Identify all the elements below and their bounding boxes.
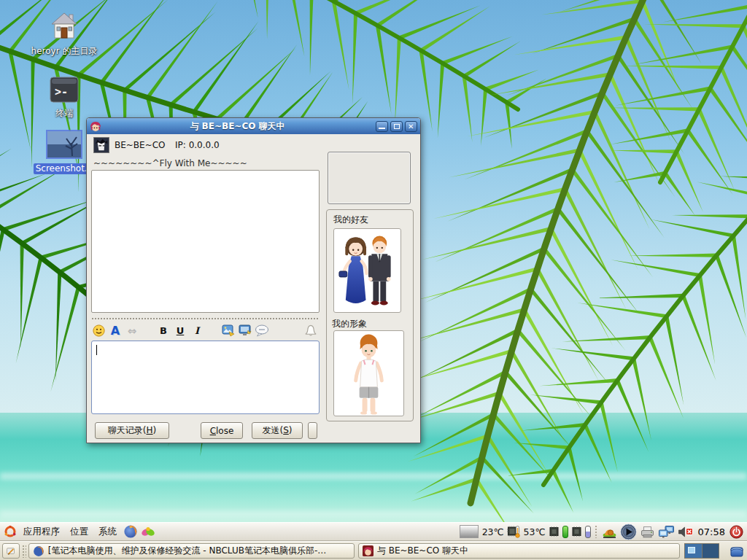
app-launcher-icon[interactable] xyxy=(141,524,155,539)
font-icon: A xyxy=(111,324,120,338)
workspace-2[interactable] xyxy=(702,544,719,558)
screenshot-icon xyxy=(239,324,252,337)
task-title: [笔记本电脑使用、维护及保修经验交流 - NBCLUB笔记本电脑俱乐部-… xyxy=(48,545,326,557)
volume-muted-icon[interactable] xyxy=(678,526,694,538)
desktop: heroyr 的主目录 >- 终端 Screenshot.p 与 BE~BE~ xyxy=(0,0,747,560)
maximize-icon xyxy=(394,124,400,129)
network-icon[interactable] xyxy=(658,525,675,539)
screen-capture-button[interactable] xyxy=(238,323,252,338)
sensor-bar-purple xyxy=(585,526,591,538)
shake-window-button[interactable] xyxy=(303,323,318,338)
show-desktop-icon xyxy=(7,545,15,557)
workspace-window xyxy=(688,547,695,553)
taskbar-handle[interactable] xyxy=(22,545,26,558)
friends-image[interactable] xyxy=(333,228,401,313)
minimize-icon xyxy=(379,128,385,129)
separator xyxy=(91,317,320,320)
avatar-illustration xyxy=(334,331,403,416)
menu-system[interactable]: 系统 xyxy=(93,526,122,538)
workspace-switcher xyxy=(684,543,719,559)
chat-history[interactable] xyxy=(91,170,320,313)
speech-bubble-icon xyxy=(255,324,269,337)
shutdown-icon[interactable] xyxy=(729,525,743,539)
system-tray: 23℃ 53℃ xyxy=(460,524,746,540)
side-panel: 我的好友 xyxy=(326,134,418,442)
window-title: 与 BE~BE~CO 聊天中 xyxy=(101,120,374,133)
image-file-icon xyxy=(47,131,81,158)
close-button[interactable]: ✕ xyxy=(405,121,417,132)
chat-task-icon xyxy=(363,545,374,556)
desktop-icon-home[interactable]: heroyr 的主目录 xyxy=(20,10,108,57)
cpu-temp-value: 23℃ xyxy=(482,526,504,537)
task-firefox[interactable]: [笔记本电脑使用、维护及保修经验交流 - NBCLUB笔记本电脑俱乐部-… xyxy=(28,543,355,559)
desktop-icon-terminal[interactable]: >- 终端 xyxy=(20,77,108,119)
peer-ip: IP: 0.0.0.0 xyxy=(175,140,220,150)
show-desktop-button[interactable] xyxy=(2,543,20,559)
task-title: 与 BE~BE~CO 聊天中 xyxy=(377,545,468,557)
avatar-label: 我的形象 xyxy=(332,318,367,330)
firefox-launcher-icon[interactable] xyxy=(123,524,138,539)
send-image-button[interactable] xyxy=(221,323,236,338)
media-play-icon[interactable] xyxy=(620,524,637,540)
chat-window-icon xyxy=(90,120,101,132)
bell-icon xyxy=(303,324,318,338)
trash-applet-icon[interactable] xyxy=(729,544,744,558)
firefox-icon xyxy=(33,545,44,557)
tray-app-icon[interactable] xyxy=(602,526,617,538)
emoticon-button[interactable] xyxy=(91,323,106,338)
close-chat-button[interactable]: Close xyxy=(201,422,243,439)
my-avatar-image[interactable] xyxy=(333,330,404,416)
menu-places[interactable]: 位置 xyxy=(65,526,93,538)
svg-text:>-: >- xyxy=(55,85,68,98)
ubuntu-menu-icon[interactable] xyxy=(4,525,17,538)
gpu-temp-value: 53℃ xyxy=(524,526,546,537)
italic-button[interactable]: I xyxy=(190,323,204,338)
peer-display-box xyxy=(328,152,411,204)
text-caret xyxy=(96,345,97,355)
image-icon xyxy=(222,324,235,337)
send-options-button[interactable] xyxy=(308,422,317,439)
peer-avatar[interactable] xyxy=(93,137,109,153)
font-button[interactable]: A xyxy=(108,323,123,338)
clock[interactable]: 07:58 xyxy=(698,526,725,537)
message-input[interactable] xyxy=(91,341,320,414)
chat-window-titlebar[interactable]: 与 BE~BE~CO 聊天中 ✕ xyxy=(87,118,420,134)
bold-button[interactable]: B xyxy=(156,323,171,338)
send-button[interactable]: 发送(S) xyxy=(252,422,303,439)
task-chat[interactable]: 与 BE~BE~CO 聊天中 xyxy=(358,543,680,559)
close-icon: ✕ xyxy=(408,123,414,131)
minimize-button[interactable] xyxy=(376,121,388,132)
printer-icon[interactable] xyxy=(640,526,655,538)
peer-signature: ~~~~~~~~^Fly With Me~~~~~ xyxy=(93,158,247,168)
chat-window: 与 BE~BE~CO 聊天中 ✕ BE~BE~CO IP: 0.0.0.0 ~~… xyxy=(86,117,421,443)
chat-toolbar: A B U I xyxy=(91,322,320,339)
menu-applications[interactable]: 应用程序 xyxy=(18,526,65,538)
sensor-thermometer-icon[interactable] xyxy=(507,525,521,538)
history-button[interactable]: 聊天记录(H) xyxy=(95,422,169,439)
workspace-1[interactable] xyxy=(685,544,702,558)
sensor-chip-icon[interactable] xyxy=(549,525,560,538)
couple-illustration xyxy=(334,229,400,312)
tray-handle[interactable] xyxy=(595,525,598,538)
link-icon xyxy=(128,324,137,338)
smiley-icon xyxy=(93,324,105,337)
maximize-button[interactable] xyxy=(390,121,403,132)
peer-name: BE~BE~CO xyxy=(115,140,166,150)
button-row: 聊天记录(H) Close 发送(S) xyxy=(91,422,325,440)
taskbar: [笔记本电脑使用、维护及保修经验交流 - NBCLUB笔记本电脑俱乐部-… 与 … xyxy=(0,541,747,560)
terminal-icon: >- xyxy=(50,77,79,103)
sensor-bar-green xyxy=(562,526,568,538)
desktop-icon-label: heroyr 的主目录 xyxy=(20,46,108,57)
sensor-chip-icon[interactable] xyxy=(571,525,582,538)
chat-window-body: BE~BE~CO IP: 0.0.0.0 ~~~~~~~~^Fly With M… xyxy=(88,134,419,442)
tray-applet-box[interactable] xyxy=(460,525,479,538)
quick-reply-button[interactable] xyxy=(255,323,269,338)
side-groupbox: 我的好友 xyxy=(326,209,414,421)
home-icon xyxy=(49,10,80,41)
underline-button[interactable]: U xyxy=(173,323,187,338)
gnome-panel: 应用程序 位置 系统 23℃ xyxy=(0,522,747,541)
link-button[interactable] xyxy=(125,323,139,338)
friends-label: 我的好友 xyxy=(333,214,368,226)
